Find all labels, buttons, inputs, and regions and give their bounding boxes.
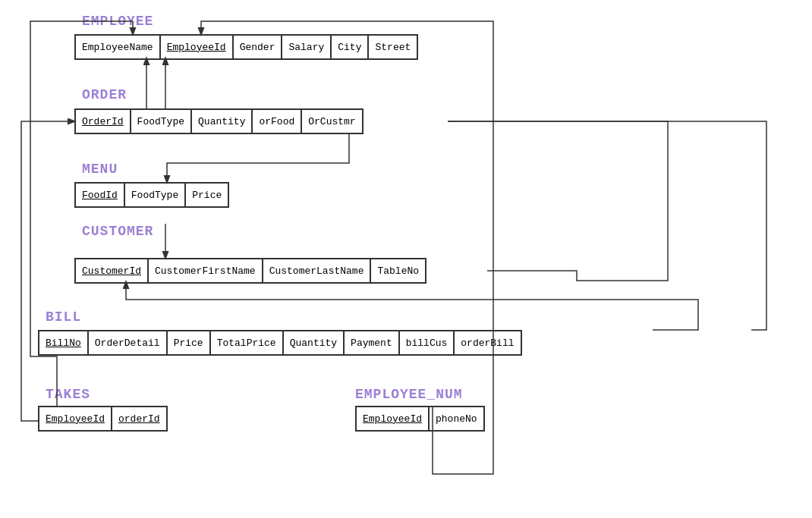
order-cell-orfood: orFood bbox=[252, 109, 301, 133]
menu-label: MENU bbox=[82, 162, 118, 177]
employee-cell-street: Street bbox=[368, 35, 417, 59]
employee-cell-employeename: EmployeeName bbox=[75, 35, 160, 59]
employee-label: EMPLOYEE bbox=[82, 14, 153, 29]
bill-cell-totalprice: TotalPrice bbox=[210, 331, 283, 355]
diagram: EMPLOYEE EmployeeName EmployeeId Gender … bbox=[0, 0, 812, 518]
bill-cell-quantity: Quantity bbox=[283, 331, 344, 355]
bill-cell-billcus: billCus bbox=[399, 331, 455, 355]
bill-cell-price: Price bbox=[167, 331, 210, 355]
takes-cell-employeeid: EmployeeId bbox=[39, 407, 112, 431]
employee-cell-gender: Gender bbox=[233, 35, 282, 59]
empnum-cell-employeeid: EmployeeId bbox=[356, 407, 429, 431]
employee-cell-city: City bbox=[331, 35, 368, 59]
takes-label: TAKES bbox=[46, 387, 90, 402]
empnum-cell-phoneno: phoneNo bbox=[429, 407, 484, 431]
menu-cell-foodid: FoodId bbox=[75, 183, 124, 207]
menu-table: FoodId FoodType Price bbox=[74, 182, 229, 208]
takes-cell-orderid: orderId bbox=[112, 407, 167, 431]
order-label: ORDER bbox=[82, 87, 127, 102]
employee-cell-salary: Salary bbox=[282, 35, 331, 59]
menu-cell-foodtype: FoodType bbox=[124, 183, 185, 207]
customer-cell-customerid: CustomerId bbox=[75, 259, 148, 283]
employee-cell-employeeid: EmployeeId bbox=[160, 35, 233, 59]
order-table: OrderId FoodType Quantity orFood OrCustm… bbox=[74, 108, 364, 134]
bill-cell-orderdetail: OrderDetail bbox=[88, 331, 167, 355]
customer-cell-firstname: CustomerFirstName bbox=[148, 259, 263, 283]
bill-cell-billno: BillNo bbox=[39, 331, 88, 355]
order-cell-foodtype: FoodType bbox=[131, 109, 191, 133]
takes-table: EmployeeId orderId bbox=[38, 406, 168, 432]
customer-cell-lastname: CustomerLastName bbox=[263, 259, 371, 283]
order-cell-orderid: OrderId bbox=[75, 109, 131, 133]
bill-cell-orderbill: orderBill bbox=[454, 331, 521, 355]
customer-label: CUSTOMER bbox=[82, 224, 153, 239]
order-cell-orcustmr: OrCustmr bbox=[301, 109, 362, 133]
bill-cell-payment: Payment bbox=[344, 331, 399, 355]
bill-label: BILL bbox=[46, 309, 81, 325]
menu-cell-price: Price bbox=[185, 183, 228, 207]
customer-table: CustomerId CustomerFirstName CustomerLas… bbox=[74, 258, 426, 284]
employee-num-table: EmployeeId phoneNo bbox=[355, 406, 485, 432]
customer-cell-tableno: TableNo bbox=[370, 259, 426, 283]
order-cell-quantity: Quantity bbox=[191, 109, 252, 133]
employee-num-label: EMPLOYEE_NUM bbox=[355, 387, 463, 402]
bill-table: BillNo OrderDetail Price TotalPrice Quan… bbox=[38, 330, 522, 356]
employee-table: EmployeeName EmployeeId Gender Salary Ci… bbox=[74, 34, 418, 60]
